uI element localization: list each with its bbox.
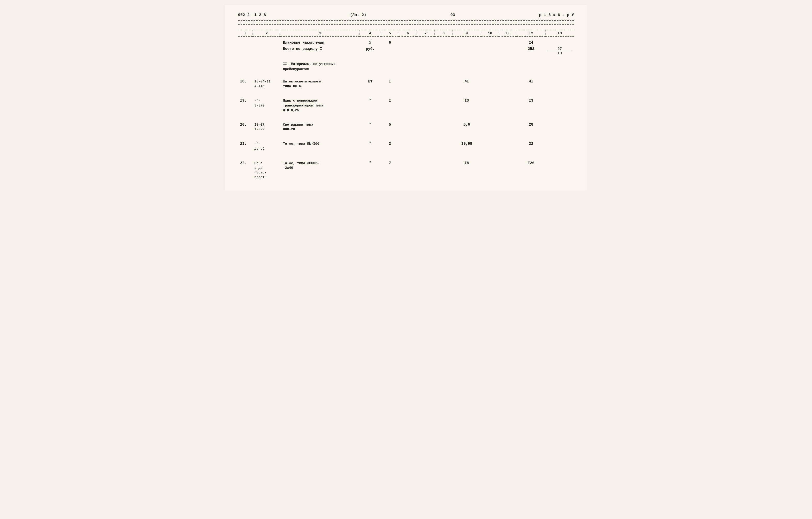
cell-18-e2 <box>416 76 434 92</box>
col-num-5: 5 <box>381 30 399 37</box>
cell-18-e4 <box>481 76 499 92</box>
cell-19-num: I9. <box>238 95 252 116</box>
cell-empty-2 <box>252 39 281 46</box>
cell-18-e5 <box>499 76 517 92</box>
cell-21-unit: " <box>359 139 381 154</box>
col-num-1: I <box>238 30 252 37</box>
cell-20-unit: " <box>359 119 381 135</box>
col-num-7: 7 <box>416 30 434 37</box>
cell-21-num: 2I. <box>238 139 252 154</box>
cell-22-e1 <box>399 158 416 183</box>
cell-22-e3 <box>435 158 453 183</box>
cell-21-desc: То же, типа ПШ-I00 <box>281 139 359 154</box>
cell-planovye-desc: Плановые накопления <box>281 39 359 46</box>
cell-21-price: I0,98 <box>453 139 481 154</box>
row-22: 22. Ценаз-да"Зото-плаот" То же, типа ЛСО… <box>238 158 574 183</box>
cell-v5 <box>416 46 434 56</box>
cell-22-total: I26 <box>517 158 546 183</box>
cell-21-qty: 2 <box>381 139 399 154</box>
cell-v2 <box>252 46 281 56</box>
cell-empty-7 <box>481 39 499 46</box>
cell-20-price: 5,6 <box>453 119 481 135</box>
cell-empty-4 <box>416 39 434 46</box>
cell-empty-1 <box>238 39 252 46</box>
cell-18-unit: шт <box>359 76 381 92</box>
row-18: I8. IБ-04-II4-II6 Шиток осветительныйтип… <box>238 76 574 92</box>
cell-22-qty: 7 <box>381 158 399 183</box>
cell-section-ii-label: II. Материалы, не учтенныепрейскурантом <box>281 60 359 73</box>
page-container: 902-2- 1 2 8 (Лп. 2) 93 р 1 8 # 6 – р У … <box>225 5 587 191</box>
cell-v7 <box>453 46 481 56</box>
cell-18-price: 4I <box>453 76 481 92</box>
spacer-row-2 <box>238 73 574 76</box>
cell-18-qty: I <box>381 76 399 92</box>
cell-21-e4 <box>481 139 499 154</box>
row-section-ii: II. Материалы, не учтенныепрейскурантом <box>238 60 574 73</box>
cell-18-desc: Шиток осветительныйтипа ОШ-6 <box>281 76 359 92</box>
cell-vsego-desc: Всего по разделу I <box>281 46 359 56</box>
cell-19-e2 <box>416 95 434 116</box>
cell-18-total: 4I <box>517 76 546 92</box>
cell-planovye-qty: 6 <box>381 39 399 46</box>
cell-v3 <box>381 46 399 56</box>
cell-20-code: IБ-07I-022 <box>252 119 281 135</box>
cell-20-num: 20. <box>238 119 252 135</box>
header-center-num: 93 <box>451 13 455 17</box>
cell-s2 <box>252 60 281 73</box>
column-header-row: I 2 3 4 5 6 7 8 9 10 II I2 I3 <box>238 30 574 37</box>
cell-18-e3 <box>435 76 453 92</box>
row-19: I9. –"–3-870 Ящик с понижающимтрансформа… <box>238 95 574 116</box>
cell-19-e6 <box>545 95 574 116</box>
spacer-row-6 <box>238 154 574 158</box>
col-num-12: I2 <box>517 30 546 37</box>
column-numbers-row <box>238 21 574 25</box>
row-planovye: Плановые накопления % 6 I4 <box>238 39 574 46</box>
cell-19-desc: Ящик с понижающимтрансформатором типаЯТП… <box>281 95 359 116</box>
cell-22-desc: То же, типа ЛСОО2––2х40 <box>281 158 359 183</box>
col-num-6: 6 <box>399 30 416 37</box>
spacer-row-5 <box>238 135 574 139</box>
cell-22-e2 <box>416 158 434 183</box>
row-20: 20. IБ-07I-022 Светильник типаНПО-20 " 5… <box>238 119 574 135</box>
cell-20-desc: Светильник типаНПО-20 <box>281 119 359 135</box>
cell-21-e3 <box>435 139 453 154</box>
cell-19-qty: I <box>381 95 399 116</box>
cell-s3 <box>359 60 574 73</box>
cell-19-e3 <box>435 95 453 116</box>
fraction-denominator: IO <box>547 51 572 55</box>
spacer-row-3 <box>238 92 574 95</box>
cell-20-e4 <box>481 119 499 135</box>
cell-18-code: IБ-04-II4-II6 <box>252 76 281 92</box>
cell-19-code: –"–3-870 <box>252 95 281 116</box>
col-num-2: 2 <box>252 30 281 37</box>
col-num-9: 9 <box>453 30 481 37</box>
page-header: 902-2- 1 2 8 (Лп. 2) 93 р 1 8 # 6 – р У <box>238 13 574 17</box>
cell-v8 <box>481 46 499 56</box>
cell-vsego-fraction: 67 IO <box>545 46 574 56</box>
cell-22-unit: " <box>359 158 381 183</box>
col-num-13: I3 <box>545 30 574 37</box>
cell-vsego-val: 252 <box>517 46 546 56</box>
cell-19-e5 <box>499 95 517 116</box>
cell-22-num: 22. <box>238 158 252 183</box>
cell-vsego-unit: руб. <box>359 46 381 56</box>
cell-20-qty: 5 <box>381 119 399 135</box>
cell-21-total: 22 <box>517 139 546 154</box>
col-num-10: 10 <box>481 30 499 37</box>
cell-22-e6 <box>545 158 574 183</box>
cell-20-e6 <box>545 119 574 135</box>
header-center-paren: (Лп. 2) <box>350 13 366 17</box>
cell-empty-9 <box>545 39 574 46</box>
cell-20-total: 28 <box>517 119 546 135</box>
cell-20-e5 <box>499 119 517 135</box>
header-left: 902-2- 1 2 8 <box>238 13 266 17</box>
fraction-numerator: 67 <box>547 47 572 51</box>
cell-v1 <box>238 46 252 56</box>
cell-21-e1 <box>399 139 416 154</box>
col-num-8: 8 <box>435 30 453 37</box>
row-21: 2I. –"–доп.5 То же, типа ПШ-I00 " 2 I0,9… <box>238 139 574 154</box>
cell-20-e2 <box>416 119 434 135</box>
spacer-row-1 <box>238 56 574 60</box>
cell-22-e5 <box>499 158 517 183</box>
content-table: Плановые накопления % 6 I4 Всего по разд… <box>238 39 574 183</box>
